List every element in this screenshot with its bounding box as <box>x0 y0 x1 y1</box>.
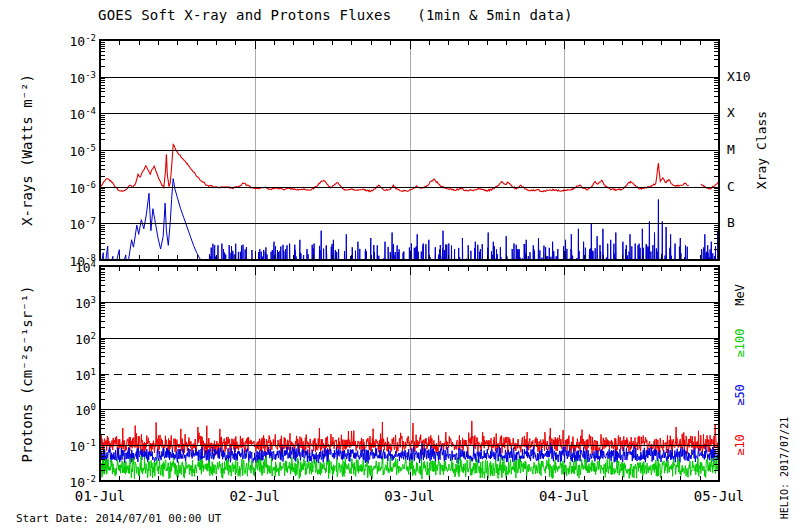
xray-class-label-m: M <box>727 142 735 157</box>
x-tick-label: 04-Jul <box>524 488 604 504</box>
y-tick-exponent: -4 <box>85 106 96 116</box>
x-tick-label: 03-Jul <box>370 488 450 504</box>
y-tick-label: 10-3 <box>34 68 96 86</box>
xray-class-label-c: C <box>727 179 735 194</box>
y-tick-label: 10-1 <box>34 436 96 454</box>
y-tick-label: 101 <box>34 365 96 383</box>
xray-y-axis-label: X-rays (Watts m⁻²) <box>19 74 35 226</box>
xray-class-label-b: B <box>727 215 735 230</box>
proton-threshold-label: ≥100 <box>733 329 747 358</box>
y-tick-exponent: -3 <box>85 70 96 80</box>
y-tick-exponent: -5 <box>85 143 96 153</box>
xray-class-axis-title: Xray Class <box>754 111 769 189</box>
y-tick-exponent: -7 <box>85 216 96 226</box>
xray-class-label-x: X <box>727 105 735 120</box>
y-tick-exponent: -2 <box>85 33 96 43</box>
y-tick-label: 100 <box>34 400 96 418</box>
xray-class-label-x10: X10 <box>727 69 750 84</box>
y-tick-label: 10-6 <box>34 178 96 196</box>
y-tick-exponent: 0 <box>91 402 96 412</box>
helio-date-stamp: HELIO: 2017/07/21 <box>779 417 790 519</box>
y-tick-exponent: -6 <box>85 180 96 190</box>
y-tick-label: 104 <box>34 257 96 275</box>
y-tick-label: 10-4 <box>34 104 96 122</box>
proton-threshold-label: MeV <box>733 284 747 306</box>
y-tick-exponent: -1 <box>85 438 96 448</box>
start-date-label: Start Date: 2014/07/01 00:00 UT <box>16 512 221 525</box>
y-tick-label: 10-7 <box>34 214 96 232</box>
y-tick-exponent: -2 <box>85 474 96 484</box>
flux-chart-canvas <box>0 0 800 530</box>
x-tick-label: 05-Jul <box>679 488 759 504</box>
proton-y-axis-label: Protons (cm⁻²s⁻¹sr⁻¹) <box>19 285 35 462</box>
y-tick-label: 10-2 <box>34 31 96 49</box>
proton-threshold-label: ≥10 <box>733 434 747 456</box>
y-tick-exponent: 3 <box>91 295 96 305</box>
y-tick-exponent: 1 <box>91 367 96 377</box>
y-tick-label: 102 <box>34 329 96 347</box>
goes-flux-plot-page: GOES Soft X-ray and Protons Fluxes (1min… <box>0 0 800 530</box>
x-tick-label: 02-Jul <box>215 488 295 504</box>
proton-threshold-label: ≥50 <box>733 384 747 406</box>
y-tick-label: 103 <box>34 293 96 311</box>
y-tick-exponent: 4 <box>91 259 96 269</box>
y-tick-label: 10-5 <box>34 141 96 159</box>
x-tick-label: 01-Jul <box>60 488 140 504</box>
y-tick-exponent: 2 <box>91 331 96 341</box>
